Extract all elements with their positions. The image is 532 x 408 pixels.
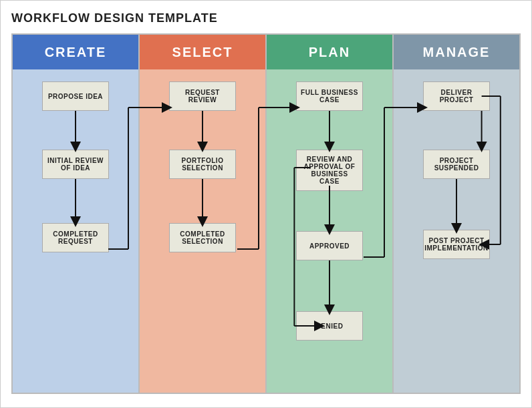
column-body-select: REQUEST REVIEW PORTFOLIO SELECTION COMPL…	[140, 69, 265, 393]
box-project-suspended: PROJECT SUSPENDED	[423, 150, 490, 179]
box-post-project-implementation: POST PROJECT IMPLEMENTATION	[423, 230, 490, 259]
column-body-create: PROPOSE IDEA INITIAL REVIEW OF IDEA COMP…	[13, 69, 138, 393]
column-manage: MANAGE DELIVER PROJECT PROJECT SUSPENDED…	[394, 35, 519, 393]
column-header-select: SELECT	[140, 35, 265, 69]
column-select: SELECT REQUEST REVIEW PORTFOLIO SELECTIO…	[140, 35, 267, 393]
column-create: CREATE PROPOSE IDEA INITIAL REVIEW OF ID…	[13, 35, 140, 393]
box-review-of-idea: INITIAL REVIEW OF IDEA	[42, 150, 109, 179]
box-completed-selection: COMPLETED SELECTION	[169, 223, 236, 252]
column-body-manage: DELIVER PROJECT PROJECT SUSPENDED POST P…	[394, 69, 519, 393]
box-review-approval: REVIEW AND APPROVAL OF BUSINESS CASE	[296, 150, 363, 191]
diagram-container: WORKFLOW DESIGN TEMPLATE CREATE PROPOSE …	[0, 0, 532, 408]
column-header-plan: PLAN	[267, 35, 392, 69]
box-full-business-case: FULL BUSINESS CASE	[296, 81, 363, 111]
box-deliver-project: DELIVER PROJECT	[423, 81, 490, 111]
column-header-manage: MANAGE	[394, 35, 519, 69]
column-plan: PLAN FULL BUSINESS CASE REVIEW AND APPRO…	[267, 35, 394, 393]
box-request-review: REQUEST REVIEW	[169, 81, 236, 111]
columns-wrapper: CREATE PROPOSE IDEA INITIAL REVIEW OF ID…	[11, 33, 521, 394]
box-completed-request: COMPLETED REQUEST	[42, 223, 109, 252]
box-propose-idea: PROPOSE IDEA	[42, 81, 109, 111]
box-denied: DENIED	[296, 311, 363, 341]
column-header-create: CREATE	[13, 35, 138, 69]
diagram-title: WORKFLOW DESIGN TEMPLATE	[11, 11, 521, 25]
column-body-plan: FULL BUSINESS CASE REVIEW AND APPROVAL O…	[267, 69, 392, 393]
box-approved: APPROVED	[296, 231, 363, 260]
box-portfolio-selection: PORTFOLIO SELECTION	[169, 150, 236, 179]
